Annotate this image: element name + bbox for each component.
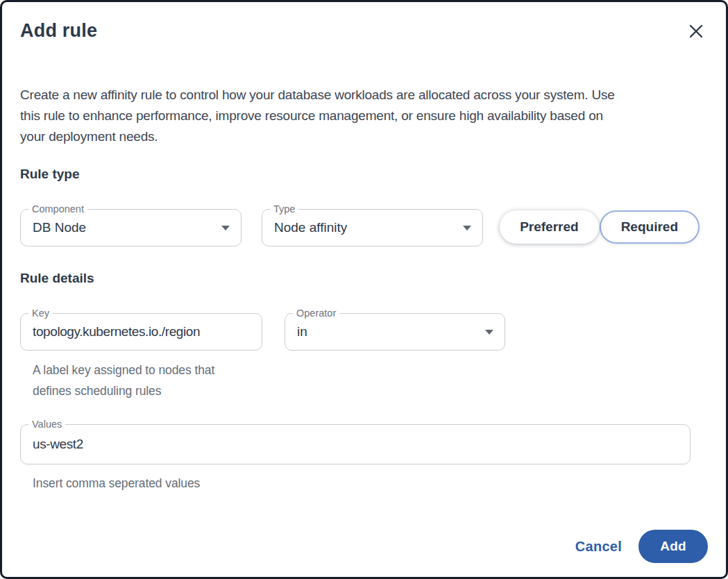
- dialog-description: Create a new affinity rule to control ho…: [20, 85, 708, 147]
- type-select[interactable]: Type Node affinity: [262, 209, 483, 246]
- values-helper-text: Insert comma seperated values: [33, 473, 708, 494]
- mode-toggle-group: Preferred Required: [500, 210, 700, 244]
- key-field-label: Key: [28, 308, 53, 319]
- key-column: Key A label key assigned to nodes that d…: [20, 313, 262, 401]
- type-select-value: Node affinity: [274, 220, 347, 235]
- key-field-wrapper: Key: [20, 313, 262, 351]
- rule-details-row: Key A label key assigned to nodes that d…: [20, 313, 708, 401]
- operator-select-value: in: [297, 324, 307, 339]
- dialog-title: Add rule: [20, 20, 708, 42]
- component-select-value: DB Node: [33, 220, 86, 235]
- key-input[interactable]: [33, 324, 253, 339]
- add-rule-dialog: Add rule Create a new affinity rule to c…: [0, 0, 728, 579]
- close-button[interactable]: [686, 22, 706, 42]
- key-helper-text: A label key assigned to nodes that defin…: [33, 360, 262, 401]
- close-icon: [688, 23, 704, 42]
- component-select[interactable]: Component DB Node: [20, 209, 242, 246]
- chevron-down-icon: [485, 330, 493, 335]
- values-field-label: Values: [28, 419, 65, 430]
- operator-select-label: Operator: [293, 308, 339, 319]
- cancel-button[interactable]: Cancel: [575, 539, 622, 555]
- rule-details-heading: Rule details: [20, 271, 708, 286]
- component-select-label: Component: [28, 203, 87, 215]
- values-input[interactable]: [33, 437, 682, 452]
- values-field-wrapper: Values: [20, 424, 691, 464]
- rule-type-row: Component DB Node Type Node affinity Pre…: [20, 209, 708, 246]
- preferred-toggle-button[interactable]: Preferred: [500, 210, 599, 244]
- dialog-header: Add rule: [20, 20, 708, 42]
- type-select-label: Type: [270, 203, 298, 215]
- operator-select[interactable]: Operator in: [285, 313, 505, 351]
- chevron-down-icon: [221, 226, 230, 230]
- required-toggle-button[interactable]: Required: [600, 210, 700, 244]
- dialog-footer: Cancel Add: [20, 530, 708, 563]
- chevron-down-icon: [463, 226, 471, 230]
- add-button[interactable]: Add: [638, 530, 708, 563]
- rule-type-heading: Rule type: [20, 167, 708, 182]
